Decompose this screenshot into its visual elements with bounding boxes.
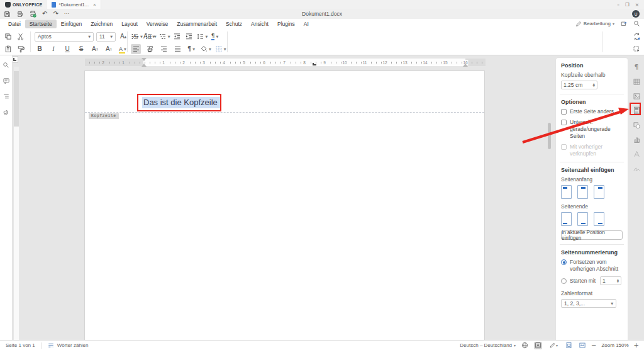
edit-mode-selector[interactable]: Bearbeitung ▾ [575,21,614,27]
page-number-bottom-right-thumb[interactable] [594,212,604,226]
nonprinting-characters-button[interactable]: ¶▼ [186,44,196,54]
zoom-out-button[interactable]: − [591,342,596,349]
page-indicator[interactable]: Seite 1 von 1 [0,341,41,350]
header-position-stepper[interactable]: 1.25 cm ▲▼ [561,81,597,89]
page-number-top-right-thumb[interactable] [594,185,604,199]
checkbox-first-page-different[interactable]: Erste Seite anders [561,108,623,115]
image-settings-icon[interactable] [632,91,641,101]
increase-indent-button[interactable] [184,31,194,42]
shading-color-button[interactable]: ▼ [200,44,211,54]
shape-settings-icon[interactable] [632,120,641,130]
font-size-select[interactable]: 11 ▼ [96,32,116,42]
radio-icon[interactable] [561,278,567,284]
radio-start-at[interactable]: Starten mit 1 ▲▼ [561,276,623,285]
zoom-level-label[interactable]: Zoom 150% [601,342,628,348]
numbered-list-button[interactable]: ▼ [145,31,157,42]
maximize-button[interactable]: ❐ [625,2,630,8]
fit-width-button[interactable] [578,342,586,349]
justify-button[interactable] [172,44,182,54]
font-name-select[interactable]: Aptos ▼ [35,32,94,42]
underline-button[interactable]: U [62,44,72,54]
header-footer-settings-icon[interactable] [632,106,641,115]
paste-button[interactable] [3,44,13,54]
checkbox-icon[interactable] [561,109,567,115]
page-number-bottom-left-thumb[interactable] [561,212,572,226]
menu-verweise[interactable]: Verweise [142,20,173,28]
paragraph-settings-icon[interactable]: ¶ [632,62,641,72]
fit-page-button[interactable] [565,342,573,349]
line-spacing-button[interactable]: ▼ [196,31,208,42]
select-all-button[interactable] [631,44,641,54]
checkbox-even-odd-pages[interactable]: Untersch. gerade/ungerade Seiten [561,119,623,140]
language-selector[interactable]: Deutsch – Deutschland ▾ [460,342,516,348]
replace-button[interactable] [631,31,641,42]
radio-continue-from-previous[interactable]: Fortsetzen vom vorherigen Abschnitt [561,259,623,273]
tab-close-icon[interactable]: × [93,2,96,8]
start-at-stepper[interactable]: 1 ▲▼ [600,276,621,285]
search-icon[interactable] [633,20,640,27]
left-indent-marker[interactable] [142,64,147,67]
page-number-bottom-center-thumb[interactable] [577,212,588,226]
menu-layout[interactable]: Layout [117,20,142,28]
right-indent-marker[interactable] [463,64,468,67]
zoom-in-button[interactable]: + [634,342,639,349]
find-icon[interactable] [2,60,11,69]
headings-navigation-icon[interactable] [2,92,11,101]
align-left-button[interactable] [131,44,141,54]
menu-zusammenarbeit[interactable]: Zusammenarbeit [172,20,221,28]
insert-at-current-position-button[interactable]: In aktuelle Position einfügen [561,230,623,240]
menu-ansicht[interactable]: Ansicht [247,20,273,28]
open-file-location-icon[interactable] [620,20,628,27]
menu-plugins[interactable]: Plugins [273,20,299,28]
comments-icon[interactable] [2,76,11,85]
menu-einfuegen[interactable]: Einfügen [57,20,87,28]
italic-button[interactable]: I [48,44,58,54]
text-art-settings-icon[interactable] [632,149,641,159]
vertical-ruler[interactable] [14,67,19,340]
page-number-top-center-thumb[interactable] [577,185,588,199]
bold-button[interactable]: B [35,44,45,54]
cut-button[interactable] [16,31,26,42]
feedback-icon[interactable] [2,108,11,116]
stepper-down-icon[interactable]: ▼ [593,85,595,88]
header-text-selected[interactable]: Das ist die Kopfzeile [142,97,220,108]
word-count-button[interactable]: Wörter zählen [42,341,94,350]
chart-settings-icon[interactable] [632,135,641,144]
multilevel-list-button[interactable]: ▼ [158,31,170,42]
number-format-select[interactable]: 1, 2, 3,... ▼ [561,299,616,308]
stepper-down-icon[interactable]: ▼ [617,281,619,283]
vertical-scrollbar[interactable] [548,123,551,149]
user-avatar[interactable]: U [632,10,640,18]
close-button[interactable]: × [635,2,639,8]
align-right-button[interactable] [158,44,169,54]
borders-button[interactable]: ▼ [215,44,226,54]
highlight-color-button[interactable]: A▼ [118,44,128,54]
bullet-list-button[interactable]: ▼ [131,31,143,42]
paragraph-shading-button[interactable]: ¶▼ [209,31,219,42]
table-settings-icon[interactable] [632,77,641,86]
page-number-top-left-thumb[interactable] [561,185,572,199]
track-changes-button[interactable]: ▾ [547,342,560,349]
superscript-button[interactable]: A1 [90,44,100,54]
radio-selected-icon[interactable] [561,259,567,265]
decrease-indent-button[interactable] [172,31,182,42]
copy-button[interactable] [3,31,13,42]
signature-settings-icon[interactable] [632,164,641,173]
menu-datei[interactable]: Datei [4,20,25,28]
minimize-button[interactable]: – [617,2,619,8]
menu-schutz[interactable]: Schutz [221,20,247,28]
first-line-indent-marker[interactable] [142,58,147,61]
menu-ai[interactable]: AI [299,20,313,28]
menu-startseite[interactable]: Startseite [25,20,57,28]
checkbox-icon[interactable] [561,120,567,125]
document-language-icon[interactable] [521,342,529,349]
strikethrough-button[interactable]: S [76,44,86,54]
horizontal-ruler[interactable]: 2 1 1 2 3 4 5 6 7 8 9 10 11 12 13 14 15 … [85,59,486,66]
menu-zeichnen[interactable]: Zeichnen [86,20,117,28]
tab-stop-marker[interactable] [313,63,316,65]
format-painter-button[interactable] [16,44,26,54]
document-page[interactable]: Das ist die Kopfzeile Kopfzeile [85,71,484,340]
spellcheck-toggle[interactable] [534,342,542,349]
document-tab[interactable]: *Dokument1... × [47,0,101,9]
align-center-button[interactable] [145,44,155,54]
